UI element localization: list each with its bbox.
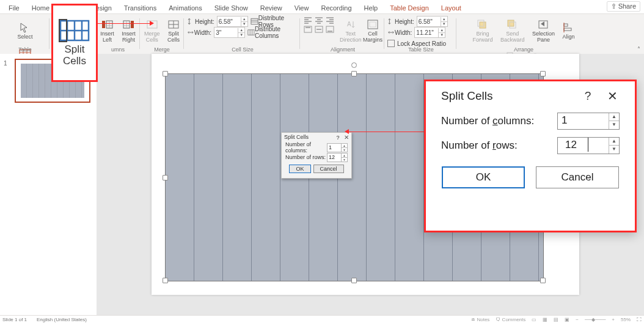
group-label-alignment: Alignment xyxy=(303,46,382,53)
spin-down[interactable]: ▼ xyxy=(609,145,619,153)
collapse-ribbon-icon[interactable]: ˄ xyxy=(637,46,640,53)
callout-label: Split Cells xyxy=(63,44,86,67)
tab-layout[interactable]: Layout xyxy=(435,2,467,13)
resize-handle[interactable] xyxy=(540,278,546,283)
table-width-input[interactable]: 11.21" ▲▼ xyxy=(414,27,445,38)
tab-transitions[interactable]: Transitions xyxy=(118,2,163,13)
align-bottom-icon xyxy=(325,25,335,34)
zoom-fit-icon[interactable]: ⛶ xyxy=(637,317,642,322)
tab-review[interactable]: Review xyxy=(254,2,288,13)
group-label-table: Table xyxy=(2,46,48,53)
resize-handle[interactable] xyxy=(351,278,357,283)
table-height-input[interactable]: 6.58" ▲▼ xyxy=(417,16,448,27)
align-button[interactable]: Align xyxy=(560,16,577,45)
cancel-button[interactable]: Cancel xyxy=(536,166,619,188)
svg-rect-13 xyxy=(368,20,378,29)
spin-up[interactable]: ▲ xyxy=(609,113,619,121)
zoom-out[interactable]: − xyxy=(576,317,579,322)
split-cells-dialog-small: Split Cells ? ✕ Number of columns: 1 ▲▼ … xyxy=(281,132,352,179)
insert-right-button[interactable]: Insert Right xyxy=(119,16,138,45)
comments-button[interactable]: 🗨 Comments xyxy=(496,317,525,322)
align-left-icon xyxy=(303,16,313,24)
spin-down[interactable]: ▼ xyxy=(609,121,619,128)
dialog-help-button[interactable]: ? xyxy=(336,135,339,141)
view-slideshow-icon[interactable]: ▣ xyxy=(565,317,569,322)
cols-label: Number of columns: xyxy=(285,141,327,154)
table-width-icon xyxy=(387,29,395,36)
insert-left-button[interactable]: Insert Left xyxy=(98,16,117,45)
col-width-input[interactable]: 3" ▲▼ xyxy=(214,27,245,38)
spin-down[interactable]: ▼ xyxy=(238,32,244,37)
ok-button[interactable]: OK xyxy=(289,165,310,173)
view-sorter-icon[interactable]: ▦ xyxy=(543,317,547,322)
tab-recording[interactable]: Recording xyxy=(315,2,357,13)
resize-handle[interactable] xyxy=(540,71,546,76)
rows-input[interactable]: 12 ▲▼ xyxy=(557,137,620,154)
callout-arrow xyxy=(348,132,424,132)
v-align-buttons[interactable] xyxy=(303,25,335,34)
group-label-arrange: Arrange xyxy=(459,46,588,53)
rows-label: Number of rows: xyxy=(285,154,326,160)
view-reading-icon[interactable]: ▤ xyxy=(554,317,558,322)
dialog-title: Split Cells xyxy=(284,134,309,140)
svg-text:A: A xyxy=(347,21,351,28)
spin-up[interactable]: ▲ xyxy=(238,28,244,32)
ok-button[interactable]: OK xyxy=(442,166,525,188)
resize-handle[interactable] xyxy=(163,71,168,76)
cols-input[interactable]: 1 ▲▼ xyxy=(557,113,620,130)
tab-animations[interactable]: Animations xyxy=(163,2,208,13)
status-bar: Slide 1 of 1 English (United States) ≐ N… xyxy=(0,315,644,323)
view-normal-icon[interactable]: ▭ xyxy=(532,317,536,322)
selection-pane-button[interactable]: Selection Pane xyxy=(530,16,557,45)
distribute-cols-icon xyxy=(247,28,255,37)
svg-rect-3 xyxy=(131,21,134,28)
tab-file[interactable]: File xyxy=(2,2,26,13)
spin-up[interactable]: ▲ xyxy=(241,17,247,21)
resize-handle[interactable] xyxy=(163,175,168,180)
group-label-table-size: Table Size xyxy=(387,46,455,53)
dialog-close-button[interactable]: ✕ xyxy=(344,134,349,141)
rows-input[interactable]: 12 ▲▼ xyxy=(327,153,348,162)
cancel-button[interactable]: Cancel xyxy=(313,165,344,173)
distribute-columns-button[interactable]: Distribute Columns xyxy=(255,26,298,39)
align-right-icon xyxy=(325,16,335,24)
spin-down[interactable]: ▼ xyxy=(241,21,247,26)
slide-thumbnail-panel: 1 xyxy=(0,54,97,316)
zoom-in[interactable]: + xyxy=(612,317,615,322)
arrow-head-icon xyxy=(345,129,349,134)
width-label: Width: xyxy=(194,29,211,36)
send-backward-button[interactable]: Send Backward xyxy=(498,16,527,45)
zoom-level[interactable]: 55% xyxy=(621,317,631,322)
table-height-icon xyxy=(387,18,395,25)
select-button[interactable]: Select xyxy=(15,16,35,45)
h-align-buttons[interactable] xyxy=(303,16,335,24)
bring-forward-button[interactable]: Bring Forward xyxy=(470,16,496,45)
align-objects-icon xyxy=(562,22,574,33)
row-height-icon xyxy=(187,17,195,26)
resize-handle[interactable] xyxy=(163,278,168,283)
resize-handle[interactable] xyxy=(351,71,357,76)
tab-table-design[interactable]: Table Design xyxy=(384,2,435,13)
share-button[interactable]: ⇪ Share xyxy=(607,1,640,12)
row-height-input[interactable]: 6.58" ▲▼ xyxy=(217,16,248,27)
cols-label: Number of columns: xyxy=(441,115,557,127)
cols-input[interactable]: 1 ▲▼ xyxy=(327,143,348,152)
svg-rect-15 xyxy=(480,22,486,28)
tab-view[interactable]: View xyxy=(288,2,315,13)
cursor-icon xyxy=(19,22,31,33)
zoom-slider[interactable]: ──◆─── xyxy=(585,317,606,322)
svg-rect-20 xyxy=(564,24,568,26)
tab-slide-show[interactable]: Slide Show xyxy=(208,2,254,13)
tab-help[interactable]: Help xyxy=(358,2,384,13)
cell-margins-button[interactable]: Cell Margins xyxy=(360,16,385,45)
align-top-icon xyxy=(303,25,313,34)
spin-up[interactable]: ▲ xyxy=(609,138,619,145)
split-cells-button[interactable]: Split Cells xyxy=(165,16,182,45)
notes-button[interactable]: ≐ Notes xyxy=(471,317,489,322)
rotate-handle[interactable] xyxy=(351,62,357,68)
dialog-help-button[interactable]: ? xyxy=(576,89,600,103)
text-direction-button[interactable]: A Text Direction xyxy=(337,16,364,45)
status-language[interactable]: English (United States) xyxy=(37,317,87,322)
align-center-icon xyxy=(314,16,324,24)
dialog-close-button[interactable]: ✕ xyxy=(600,89,624,103)
